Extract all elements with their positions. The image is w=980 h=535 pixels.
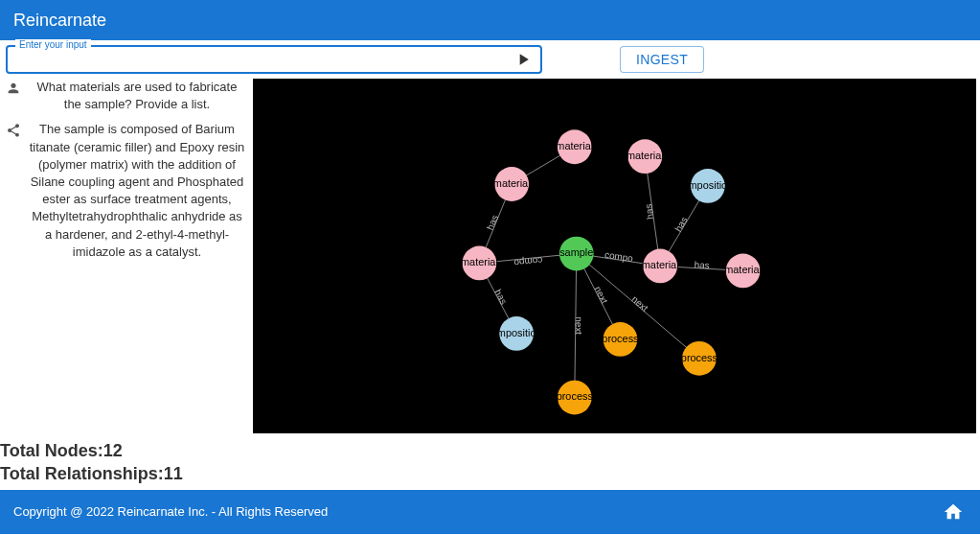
footer-copyright: Copyright @ 2022 Reincarnate Inc. - All …	[13, 504, 328, 519]
home-icon[interactable]	[940, 499, 967, 525]
graph-edge-label: has	[643, 203, 655, 220]
main-input[interactable]	[11, 50, 510, 69]
top-row: Enter your input INGEST	[0, 40, 980, 79]
total-rels-value: 11	[164, 464, 183, 483]
graph-edge-label: compo	[513, 255, 543, 268]
total-nodes-value: 12	[103, 441, 123, 460]
play-icon[interactable]	[510, 48, 536, 71]
input-label: Enter your input	[15, 39, 91, 50]
graph-node-label: process	[602, 333, 639, 344]
graph-node-label: material	[493, 177, 531, 189]
input-container: Enter your input	[6, 45, 542, 74]
graph-panel[interactable]: compocompohashashashashasnextnextnextsam…	[253, 79, 976, 433]
total-nodes-line: Total Nodes:12	[0, 439, 980, 462]
graph-edge-label: next	[629, 293, 650, 314]
assistant-message-text: The sample is composed of Barium titanat…	[29, 121, 245, 261]
chat-column: What materials are used to fabricate the…	[4, 79, 247, 433]
user-message-text: What materials are used to fabricate the…	[29, 79, 245, 113]
graph-edge-label: has	[694, 259, 710, 270]
graph-canvas[interactable]: compocompohashashashashasnextnextnextsam…	[253, 79, 976, 433]
graph-node-label: material	[642, 259, 679, 270]
graph-edge-label: has	[672, 215, 690, 233]
graph-node-label: omposition	[491, 327, 542, 338]
assistant-message-row: The sample is composed of Barium titanat…	[6, 121, 245, 261]
stats-block: Total Nodes:12 Total Relationships:11	[0, 433, 980, 490]
graph-edge-label: has	[485, 213, 500, 231]
share-icon	[6, 121, 23, 261]
graph-edge-label: compo	[604, 249, 634, 264]
graph-node-label: material	[627, 150, 664, 161]
total-rels-label: Total Relationships:	[0, 464, 164, 483]
graph-node-label: process	[681, 352, 718, 363]
app-title: Reincarnate	[13, 11, 106, 31]
footer: Copyright @ 2022 Reincarnate Inc. - All …	[0, 490, 980, 534]
graph-node-label: material	[461, 256, 498, 268]
user-message-row: What materials are used to fabricate the…	[6, 79, 245, 113]
graph-node-label: sample	[559, 246, 593, 258]
main-area: What materials are used to fabricate the…	[0, 79, 980, 433]
graph-node-label: process	[557, 390, 594, 402]
graph-node-label: omposition	[682, 179, 733, 191]
graph-node-label: material	[724, 264, 762, 275]
ingest-button[interactable]: INGEST	[620, 46, 704, 73]
app-bar: Reincarnate	[0, 0, 980, 40]
graph-node-label: material	[556, 140, 593, 151]
graph-edge-label: next	[593, 285, 610, 306]
graph-edge-label: next	[574, 316, 584, 335]
total-nodes-label: Total Nodes:	[0, 441, 103, 460]
total-rels-line: Total Relationships:11	[0, 462, 980, 485]
person-icon	[6, 79, 23, 113]
graph-edge-label: has	[492, 288, 509, 306]
